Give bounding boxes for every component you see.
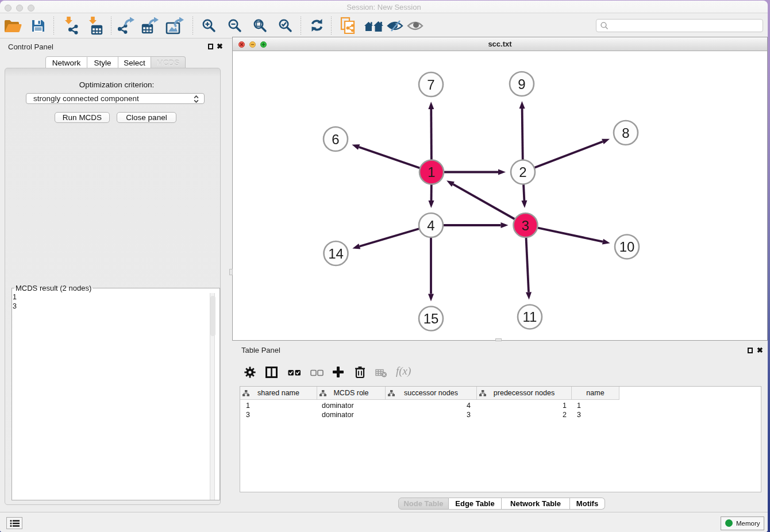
svg-text:9: 9: [518, 76, 525, 92]
svg-text:7: 7: [427, 77, 434, 92]
svg-text:2: 2: [519, 164, 526, 180]
svg-text:8: 8: [622, 125, 629, 141]
svg-text:4: 4: [427, 218, 434, 233]
svg-text:14: 14: [328, 246, 344, 261]
svg-text:15: 15: [424, 311, 439, 326]
svg-text:10: 10: [619, 239, 635, 255]
svg-text:1: 1: [428, 164, 435, 180]
svg-text:11: 11: [523, 309, 537, 325]
svg-text:3: 3: [522, 218, 529, 233]
svg-text:6: 6: [332, 132, 339, 147]
